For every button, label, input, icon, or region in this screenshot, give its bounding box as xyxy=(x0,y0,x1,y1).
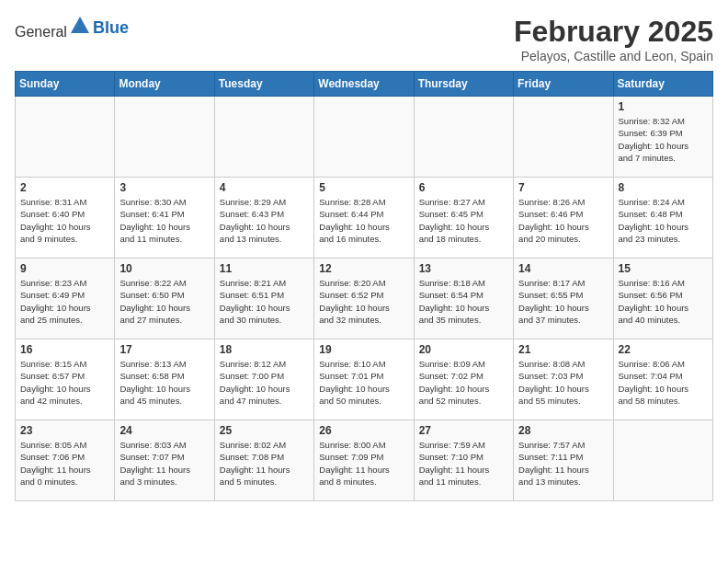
calendar-cell: 6Sunrise: 8:27 AM Sunset: 6:45 PM Daylig… xyxy=(414,178,513,259)
day-info: Sunrise: 8:24 AM Sunset: 6:48 PM Dayligh… xyxy=(619,196,708,245)
weekday-header: Thursday xyxy=(414,72,513,97)
day-number: 12 xyxy=(319,262,408,275)
day-number: 14 xyxy=(518,262,608,275)
logo-text: General xyxy=(15,15,91,40)
day-number: 4 xyxy=(220,181,309,194)
weekday-header-row: SundayMondayTuesdayWednesdayThursdayFrid… xyxy=(16,72,713,97)
day-number: 5 xyxy=(319,181,408,194)
day-number: 9 xyxy=(20,262,109,275)
calendar-cell: 25Sunrise: 8:02 AM Sunset: 7:08 PM Dayli… xyxy=(214,420,313,501)
calendar-cell: 20Sunrise: 8:09 AM Sunset: 7:02 PM Dayli… xyxy=(414,339,513,420)
day-number: 11 xyxy=(220,262,309,275)
calendar-cell: 28Sunrise: 7:57 AM Sunset: 7:11 PM Dayli… xyxy=(514,420,613,501)
calendar-week-row: 9Sunrise: 8:23 AM Sunset: 6:49 PM Daylig… xyxy=(16,259,713,339)
day-info: Sunrise: 8:26 AM Sunset: 6:46 PM Dayligh… xyxy=(518,196,608,245)
calendar-cell: 23Sunrise: 8:05 AM Sunset: 7:06 PM Dayli… xyxy=(16,420,115,501)
day-number: 23 xyxy=(20,424,109,437)
calendar-cell: 7Sunrise: 8:26 AM Sunset: 6:46 PM Daylig… xyxy=(514,178,613,259)
day-info: Sunrise: 8:13 AM Sunset: 6:58 PM Dayligh… xyxy=(119,358,209,407)
page-header: General Blue February 2025 Pelayos, Cast… xyxy=(15,15,713,63)
day-number: 10 xyxy=(119,262,209,275)
calendar-cell xyxy=(214,97,313,178)
day-number: 19 xyxy=(319,343,408,356)
day-number: 27 xyxy=(419,424,508,437)
day-info: Sunrise: 8:02 AM Sunset: 7:08 PM Dayligh… xyxy=(220,439,309,488)
day-info: Sunrise: 8:31 AM Sunset: 6:40 PM Dayligh… xyxy=(20,196,109,245)
day-info: Sunrise: 8:23 AM Sunset: 6:49 PM Dayligh… xyxy=(20,277,109,326)
day-number: 20 xyxy=(419,343,508,356)
calendar-cell: 2Sunrise: 8:31 AM Sunset: 6:40 PM Daylig… xyxy=(16,178,115,259)
day-info: Sunrise: 8:06 AM Sunset: 7:04 PM Dayligh… xyxy=(619,358,708,407)
month-title: February 2025 xyxy=(514,15,713,49)
day-info: Sunrise: 8:17 AM Sunset: 6:55 PM Dayligh… xyxy=(518,277,608,326)
weekday-header: Sunday xyxy=(16,72,115,97)
calendar-week-row: 1Sunrise: 8:32 AM Sunset: 6:39 PM Daylig… xyxy=(16,97,713,178)
weekday-header: Saturday xyxy=(613,72,712,97)
day-info: Sunrise: 8:21 AM Sunset: 6:51 PM Dayligh… xyxy=(220,277,309,326)
calendar-cell: 12Sunrise: 8:20 AM Sunset: 6:52 PM Dayli… xyxy=(314,259,414,339)
calendar-cell xyxy=(16,97,115,178)
calendar-cell: 14Sunrise: 8:17 AM Sunset: 6:55 PM Dayli… xyxy=(514,259,613,339)
day-number: 15 xyxy=(619,262,708,275)
day-number: 22 xyxy=(619,343,708,356)
day-number: 24 xyxy=(119,424,209,437)
day-number: 3 xyxy=(119,181,209,194)
calendar-cell xyxy=(115,97,214,178)
logo-blue: Blue xyxy=(93,18,129,37)
day-info: Sunrise: 7:59 AM Sunset: 7:10 PM Dayligh… xyxy=(419,439,508,488)
calendar-cell xyxy=(613,420,712,501)
day-info: Sunrise: 8:05 AM Sunset: 7:06 PM Dayligh… xyxy=(20,439,109,488)
calendar-week-row: 16Sunrise: 8:15 AM Sunset: 6:57 PM Dayli… xyxy=(16,339,713,420)
day-number: 2 xyxy=(20,181,109,194)
logo: General Blue xyxy=(15,15,129,40)
calendar-cell: 15Sunrise: 8:16 AM Sunset: 6:56 PM Dayli… xyxy=(613,259,712,339)
calendar-cell: 3Sunrise: 8:30 AM Sunset: 6:41 PM Daylig… xyxy=(115,178,214,259)
day-info: Sunrise: 8:18 AM Sunset: 6:54 PM Dayligh… xyxy=(419,277,508,326)
day-number: 25 xyxy=(220,424,309,437)
day-number: 7 xyxy=(518,181,608,194)
calendar-cell: 16Sunrise: 8:15 AM Sunset: 6:57 PM Dayli… xyxy=(16,339,115,420)
day-number: 17 xyxy=(119,343,209,356)
day-info: Sunrise: 8:03 AM Sunset: 7:07 PM Dayligh… xyxy=(119,439,209,488)
day-number: 26 xyxy=(319,424,408,437)
day-number: 13 xyxy=(419,262,508,275)
day-number: 16 xyxy=(20,343,109,356)
title-block: February 2025 Pelayos, Castille and Leon… xyxy=(514,15,713,63)
calendar-cell: 18Sunrise: 8:12 AM Sunset: 7:00 PM Dayli… xyxy=(214,339,313,420)
day-info: Sunrise: 8:08 AM Sunset: 7:03 PM Dayligh… xyxy=(518,358,608,407)
day-info: Sunrise: 8:09 AM Sunset: 7:02 PM Dayligh… xyxy=(419,358,508,407)
calendar-week-row: 23Sunrise: 8:05 AM Sunset: 7:06 PM Dayli… xyxy=(16,420,713,501)
day-info: Sunrise: 8:15 AM Sunset: 6:57 PM Dayligh… xyxy=(20,358,109,407)
day-number: 1 xyxy=(619,100,708,113)
calendar-cell: 5Sunrise: 8:28 AM Sunset: 6:44 PM Daylig… xyxy=(314,178,414,259)
calendar-cell: 22Sunrise: 8:06 AM Sunset: 7:04 PM Dayli… xyxy=(613,339,712,420)
calendar-cell: 26Sunrise: 8:00 AM Sunset: 7:09 PM Dayli… xyxy=(314,420,414,501)
calendar-cell xyxy=(514,97,613,178)
weekday-header: Tuesday xyxy=(214,72,313,97)
day-info: Sunrise: 8:27 AM Sunset: 6:45 PM Dayligh… xyxy=(419,196,508,245)
calendar-cell: 19Sunrise: 8:10 AM Sunset: 7:01 PM Dayli… xyxy=(314,339,414,420)
calendar-cell: 8Sunrise: 8:24 AM Sunset: 6:48 PM Daylig… xyxy=(613,178,712,259)
calendar-table: SundayMondayTuesdayWednesdayThursdayFrid… xyxy=(15,71,713,501)
calendar-cell: 27Sunrise: 7:59 AM Sunset: 7:10 PM Dayli… xyxy=(414,420,513,501)
day-number: 8 xyxy=(619,181,708,194)
weekday-header: Monday xyxy=(115,72,214,97)
calendar-cell: 1Sunrise: 8:32 AM Sunset: 6:39 PM Daylig… xyxy=(613,97,712,178)
day-info: Sunrise: 8:16 AM Sunset: 6:56 PM Dayligh… xyxy=(619,277,708,326)
calendar-cell: 13Sunrise: 8:18 AM Sunset: 6:54 PM Dayli… xyxy=(414,259,513,339)
day-info: Sunrise: 8:32 AM Sunset: 6:39 PM Dayligh… xyxy=(619,115,708,164)
day-info: Sunrise: 7:57 AM Sunset: 7:11 PM Dayligh… xyxy=(518,439,608,488)
calendar-cell xyxy=(314,97,414,178)
day-info: Sunrise: 8:30 AM Sunset: 6:41 PM Dayligh… xyxy=(119,196,209,245)
svg-marker-0 xyxy=(71,17,89,33)
location-subtitle: Pelayos, Castille and Leon, Spain xyxy=(514,49,713,63)
calendar-cell: 9Sunrise: 8:23 AM Sunset: 6:49 PM Daylig… xyxy=(16,259,115,339)
weekday-header: Wednesday xyxy=(314,72,414,97)
day-info: Sunrise: 8:20 AM Sunset: 6:52 PM Dayligh… xyxy=(319,277,408,326)
day-info: Sunrise: 8:29 AM Sunset: 6:43 PM Dayligh… xyxy=(220,196,309,245)
day-info: Sunrise: 8:28 AM Sunset: 6:44 PM Dayligh… xyxy=(319,196,408,245)
calendar-cell: 10Sunrise: 8:22 AM Sunset: 6:50 PM Dayli… xyxy=(115,259,214,339)
calendar-cell xyxy=(414,97,513,178)
day-info: Sunrise: 8:00 AM Sunset: 7:09 PM Dayligh… xyxy=(319,439,408,488)
logo-icon xyxy=(69,15,91,37)
